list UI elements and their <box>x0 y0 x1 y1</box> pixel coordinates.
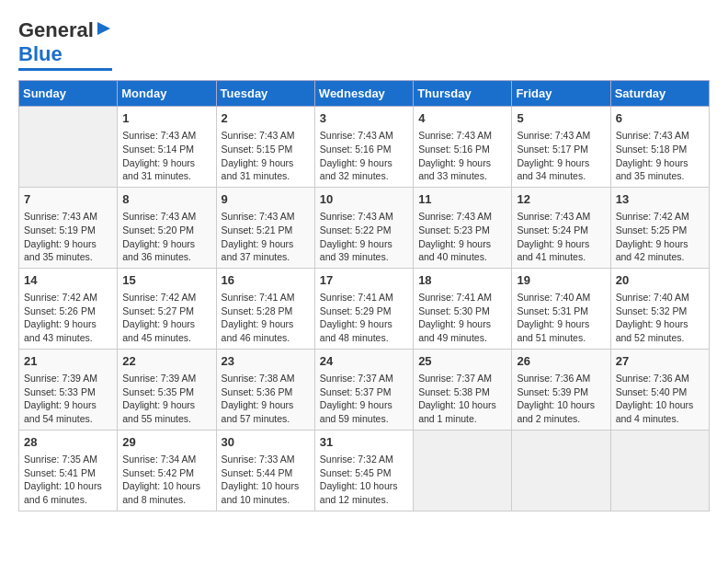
day-info: Sunrise: 7:35 AM Sunset: 5:41 PM Dayligh… <box>24 453 112 507</box>
calendar-cell: 17Sunrise: 7:41 AM Sunset: 5:29 PM Dayli… <box>314 268 413 349</box>
calendar-week-row: 14Sunrise: 7:42 AM Sunset: 5:26 PM Dayli… <box>19 268 710 349</box>
calendar-cell: 6Sunrise: 7:43 AM Sunset: 5:18 PM Daylig… <box>610 107 709 188</box>
day-number: 13 <box>616 191 704 208</box>
day-number: 9 <box>222 191 310 208</box>
calendar-cell: 21Sunrise: 7:39 AM Sunset: 5:33 PM Dayli… <box>19 349 118 430</box>
day-info: Sunrise: 7:38 AM Sunset: 5:36 PM Dayligh… <box>222 372 310 426</box>
calendar-table: SundayMondayTuesdayWednesdayThursdayFrid… <box>18 80 710 511</box>
day-info: Sunrise: 7:43 AM Sunset: 5:16 PM Dayligh… <box>320 129 408 183</box>
calendar-cell: 29Sunrise: 7:34 AM Sunset: 5:42 PM Dayli… <box>118 430 216 511</box>
calendar-cell <box>610 430 709 511</box>
day-number: 19 <box>517 272 605 289</box>
calendar-cell: 19Sunrise: 7:40 AM Sunset: 5:31 PM Dayli… <box>512 268 610 349</box>
day-info: Sunrise: 7:41 AM Sunset: 5:30 PM Dayligh… <box>418 291 506 345</box>
calendar-cell: 24Sunrise: 7:37 AM Sunset: 5:37 PM Dayli… <box>314 349 413 430</box>
day-number: 24 <box>320 353 408 370</box>
day-header-sunday: Sunday <box>19 81 118 107</box>
page-header: General Blue <box>18 18 710 71</box>
day-info: Sunrise: 7:43 AM Sunset: 5:14 PM Dayligh… <box>122 129 210 183</box>
calendar-week-row: 21Sunrise: 7:39 AM Sunset: 5:33 PM Dayli… <box>19 349 710 430</box>
day-info: Sunrise: 7:36 AM Sunset: 5:39 PM Dayligh… <box>517 372 605 426</box>
day-info: Sunrise: 7:43 AM Sunset: 5:21 PM Dayligh… <box>222 210 310 264</box>
day-number: 5 <box>517 110 605 127</box>
calendar-cell: 20Sunrise: 7:40 AM Sunset: 5:32 PM Dayli… <box>610 268 709 349</box>
calendar-cell <box>414 430 512 511</box>
calendar-cell: 18Sunrise: 7:41 AM Sunset: 5:30 PM Dayli… <box>414 268 512 349</box>
calendar-cell <box>19 107 118 188</box>
calendar-cell: 31Sunrise: 7:32 AM Sunset: 5:45 PM Dayli… <box>314 430 413 511</box>
calendar-cell: 22Sunrise: 7:39 AM Sunset: 5:35 PM Dayli… <box>118 349 216 430</box>
svg-marker-0 <box>97 22 110 35</box>
day-info: Sunrise: 7:43 AM Sunset: 5:19 PM Dayligh… <box>24 210 112 264</box>
day-number: 1 <box>122 110 210 127</box>
day-info: Sunrise: 7:33 AM Sunset: 5:44 PM Dayligh… <box>222 453 310 507</box>
day-number: 4 <box>418 110 506 127</box>
day-info: Sunrise: 7:43 AM Sunset: 5:15 PM Dayligh… <box>222 129 310 183</box>
calendar-cell: 4Sunrise: 7:43 AM Sunset: 5:16 PM Daylig… <box>414 107 512 188</box>
calendar-cell: 9Sunrise: 7:43 AM Sunset: 5:21 PM Daylig… <box>216 187 314 268</box>
day-info: Sunrise: 7:42 AM Sunset: 5:25 PM Dayligh… <box>616 210 704 264</box>
day-number: 26 <box>517 353 605 370</box>
logo-arrow-icon <box>96 20 112 40</box>
calendar-cell: 23Sunrise: 7:38 AM Sunset: 5:36 PM Dayli… <box>216 349 314 430</box>
calendar-cell: 16Sunrise: 7:41 AM Sunset: 5:28 PM Dayli… <box>216 268 314 349</box>
day-number: 30 <box>222 434 310 451</box>
day-number: 11 <box>418 191 506 208</box>
calendar-cell: 30Sunrise: 7:33 AM Sunset: 5:44 PM Dayli… <box>216 430 314 511</box>
day-number: 22 <box>122 353 210 370</box>
day-info: Sunrise: 7:42 AM Sunset: 5:26 PM Dayligh… <box>24 291 112 345</box>
day-number: 14 <box>24 272 112 289</box>
day-info: Sunrise: 7:39 AM Sunset: 5:35 PM Dayligh… <box>122 372 210 426</box>
day-info: Sunrise: 7:43 AM Sunset: 5:18 PM Dayligh… <box>616 129 704 183</box>
day-number: 25 <box>418 353 506 370</box>
day-number: 20 <box>616 272 704 289</box>
day-number: 28 <box>24 434 112 451</box>
calendar-cell: 25Sunrise: 7:37 AM Sunset: 5:38 PM Dayli… <box>414 349 512 430</box>
day-number: 21 <box>24 353 112 370</box>
calendar-cell: 3Sunrise: 7:43 AM Sunset: 5:16 PM Daylig… <box>314 107 413 188</box>
calendar-cell: 11Sunrise: 7:43 AM Sunset: 5:23 PM Dayli… <box>414 187 512 268</box>
day-info: Sunrise: 7:43 AM Sunset: 5:23 PM Dayligh… <box>418 210 506 264</box>
day-info: Sunrise: 7:36 AM Sunset: 5:40 PM Dayligh… <box>616 372 704 426</box>
calendar-week-row: 1Sunrise: 7:43 AM Sunset: 5:14 PM Daylig… <box>19 107 710 188</box>
day-number: 23 <box>222 353 310 370</box>
day-header-wednesday: Wednesday <box>314 81 413 107</box>
day-info: Sunrise: 7:40 AM Sunset: 5:31 PM Dayligh… <box>517 291 605 345</box>
day-number: 18 <box>418 272 506 289</box>
day-number: 29 <box>122 434 210 451</box>
day-header-friday: Friday <box>512 81 610 107</box>
day-number: 12 <box>517 191 605 208</box>
day-number: 6 <box>616 110 704 127</box>
logo-general-text: General <box>18 18 94 42</box>
day-info: Sunrise: 7:43 AM Sunset: 5:16 PM Dayligh… <box>418 129 506 183</box>
day-number: 27 <box>616 353 704 370</box>
day-info: Sunrise: 7:43 AM Sunset: 5:20 PM Dayligh… <box>122 210 210 264</box>
day-header-tuesday: Tuesday <box>216 81 314 107</box>
day-info: Sunrise: 7:43 AM Sunset: 5:17 PM Dayligh… <box>517 129 605 183</box>
calendar-cell: 15Sunrise: 7:42 AM Sunset: 5:27 PM Dayli… <box>118 268 216 349</box>
calendar-week-row: 28Sunrise: 7:35 AM Sunset: 5:41 PM Dayli… <box>19 430 710 511</box>
calendar-cell: 27Sunrise: 7:36 AM Sunset: 5:40 PM Dayli… <box>610 349 709 430</box>
calendar-cell: 13Sunrise: 7:42 AM Sunset: 5:25 PM Dayli… <box>610 187 709 268</box>
day-info: Sunrise: 7:41 AM Sunset: 5:29 PM Dayligh… <box>320 291 408 345</box>
calendar-cell: 2Sunrise: 7:43 AM Sunset: 5:15 PM Daylig… <box>216 107 314 188</box>
day-info: Sunrise: 7:43 AM Sunset: 5:24 PM Dayligh… <box>517 210 605 264</box>
day-info: Sunrise: 7:39 AM Sunset: 5:33 PM Dayligh… <box>24 372 112 426</box>
calendar-cell <box>512 430 610 511</box>
day-info: Sunrise: 7:40 AM Sunset: 5:32 PM Dayligh… <box>616 291 704 345</box>
calendar-cell: 8Sunrise: 7:43 AM Sunset: 5:20 PM Daylig… <box>118 187 216 268</box>
day-info: Sunrise: 7:42 AM Sunset: 5:27 PM Dayligh… <box>122 291 210 345</box>
day-number: 2 <box>222 110 310 127</box>
day-number: 10 <box>320 191 408 208</box>
day-header-thursday: Thursday <box>414 81 512 107</box>
day-number: 17 <box>320 272 408 289</box>
day-info: Sunrise: 7:41 AM Sunset: 5:28 PM Dayligh… <box>222 291 310 345</box>
logo-blue-text: Blue <box>18 42 63 65</box>
day-info: Sunrise: 7:37 AM Sunset: 5:37 PM Dayligh… <box>320 372 408 426</box>
day-number: 16 <box>222 272 310 289</box>
calendar-cell: 5Sunrise: 7:43 AM Sunset: 5:17 PM Daylig… <box>512 107 610 188</box>
calendar-week-row: 7Sunrise: 7:43 AM Sunset: 5:19 PM Daylig… <box>19 187 710 268</box>
calendar-cell: 12Sunrise: 7:43 AM Sunset: 5:24 PM Dayli… <box>512 187 610 268</box>
day-number: 15 <box>122 272 210 289</box>
day-number: 7 <box>24 191 112 208</box>
